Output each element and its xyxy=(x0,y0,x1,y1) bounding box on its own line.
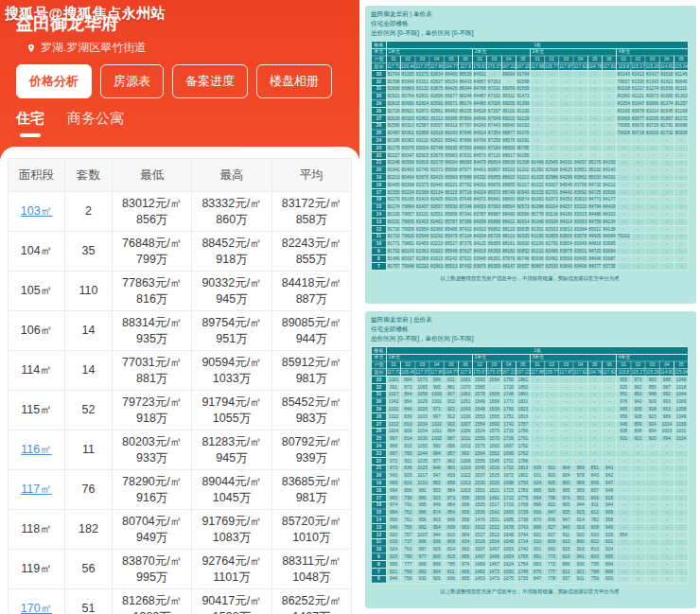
unit-price-cell: 82548 xyxy=(415,233,429,240)
total-price-cell: - xyxy=(530,377,544,384)
unit-price-cell: 86898 xyxy=(487,219,501,226)
total-price-cell: 919 xyxy=(573,524,587,532)
total-price-cell: 1468 xyxy=(487,553,501,561)
grid-floor-row: 1697479198594986498815051517170317688998… xyxy=(371,501,688,509)
unit-price-cell: 82487 xyxy=(387,130,401,137)
unit-price-cell: 87804 xyxy=(458,114,472,122)
total-price-cell: 846 xyxy=(444,517,458,524)
tab-photo-album[interactable]: 楼盘相册 xyxy=(256,64,332,98)
total-price-cell: 974 xyxy=(387,501,401,509)
unit-price-cell: 86802 xyxy=(487,225,501,233)
unit-price-cell: 83569 xyxy=(559,255,573,263)
area-segment-link[interactable]: 170㎡ xyxy=(21,602,52,614)
total-price-cell: 1012 xyxy=(387,420,401,428)
unit-price-cell: - xyxy=(545,130,559,137)
total-price-cell: 955 xyxy=(559,509,573,517)
unit-price-cell: 83363 xyxy=(573,219,587,226)
floor-label: 22 xyxy=(371,457,386,465)
total-price-cell: - xyxy=(631,546,645,553)
unit-price-cell: 84296 xyxy=(559,174,573,182)
area-label: 117.62 xyxy=(573,63,587,71)
unit-price-cell: 82366 xyxy=(429,225,444,233)
unit-price-cell: - xyxy=(659,174,674,182)
total-price-cell: - xyxy=(587,457,602,465)
total-price-cell: 973 xyxy=(387,465,401,472)
price-total: 1382万 xyxy=(114,609,190,614)
unit-price-cell: 87263 xyxy=(487,78,501,85)
unit-price-cell: 88120 xyxy=(501,225,516,233)
unit-price-cell: - xyxy=(631,196,645,203)
area-segment-link[interactable]: 116㎡ xyxy=(21,443,51,456)
total-price-cell: - xyxy=(545,435,559,443)
total-price-cell: 918 xyxy=(645,406,659,413)
floor-label: 29 xyxy=(371,100,386,108)
tab-listing-table[interactable]: 房源表 xyxy=(100,64,164,98)
unit-price-cell: 80599 xyxy=(401,159,415,167)
total-price-cell: 904 xyxy=(429,568,444,575)
unit-price-cell: 82630 xyxy=(387,114,401,122)
unit-price-cell: - xyxy=(645,151,659,159)
total-price-cell: - xyxy=(545,420,559,428)
col-unit-count: 套数 xyxy=(65,159,113,192)
unit-price-cell: 83406 xyxy=(573,262,587,270)
unit-price-cell: 83004 xyxy=(415,145,429,152)
unit-price-cell: 88332 xyxy=(501,167,516,174)
unit-price-cell: - xyxy=(530,93,544,100)
unit-price-cell: 87649 xyxy=(458,196,472,203)
unit-price-cell: 84487 xyxy=(473,93,487,100)
unit-price-cell: 82893 xyxy=(415,114,429,122)
total-price-cell: 847 xyxy=(545,509,559,517)
unit-price-cell: 83349 xyxy=(573,240,587,248)
floor-label: 11 xyxy=(371,233,386,240)
total-price-cell: - xyxy=(674,561,688,569)
unit-price-cell: 84720 xyxy=(587,248,602,255)
total-price-cell: 972 xyxy=(387,457,401,465)
area-segment-link[interactable]: 103㎡ xyxy=(21,204,52,218)
avg-price-cell: 80792元/㎡939万 xyxy=(271,430,351,470)
tab-price-analysis[interactable]: 价格分析 xyxy=(16,64,92,98)
unit-price-cell: 81106 xyxy=(530,240,544,248)
total-price-cell: 768 xyxy=(401,568,415,575)
total-price-cell: 782 xyxy=(587,517,602,524)
price-total: 945万 xyxy=(193,291,270,307)
grid-floor-row: 291031846102897192110431548153917601823-… xyxy=(371,406,688,413)
category-apartment[interactable]: 商务公寓 xyxy=(67,110,124,137)
unit-price-cell: 86659 xyxy=(487,240,501,248)
unit-price-cell: 84931 xyxy=(473,71,487,79)
type-label: 05 xyxy=(587,361,602,369)
unit-price-cell: 81301 xyxy=(530,225,544,233)
area-segment-link[interactable]: 117㎡ xyxy=(21,482,51,496)
total-price-cell: - xyxy=(559,435,573,443)
unit-price-cell: 84191 xyxy=(602,174,616,182)
price-total: 1467万 xyxy=(273,609,350,614)
area-label: 117.88 xyxy=(530,63,544,71)
unit-price-cell: 82248 xyxy=(387,159,401,167)
category-residential[interactable]: 住宅 xyxy=(16,110,44,137)
unit-price-cell: 90785 xyxy=(516,145,530,152)
total-price-cell: 1733 xyxy=(501,428,516,435)
floor-label: 24 xyxy=(371,443,386,450)
total-price-cell: - xyxy=(573,435,587,443)
unit-price-cell: 82745 xyxy=(415,167,429,174)
unit-price-cell: - xyxy=(559,130,573,137)
tab-filing-progress[interactable]: 备案进度 xyxy=(172,64,248,98)
total-price-cell: 1491 xyxy=(487,494,501,501)
total-price-cell: 1522 xyxy=(487,524,501,532)
total-price-cell: 915 xyxy=(573,509,587,517)
total-price-cell: 1048 xyxy=(674,377,688,384)
grid-floor-row: 2081942804938274582371856988797784401868… xyxy=(371,167,688,174)
unit-price-cell: 91070 xyxy=(516,130,530,137)
unit-price-cell: - xyxy=(559,71,573,79)
total-price-cell: 811 xyxy=(587,501,602,509)
unit-price-cell: 84257 xyxy=(559,203,573,211)
floor-label: 21 xyxy=(371,159,386,167)
total-price-cell: 1527 xyxy=(473,531,487,538)
total-price-cell: - xyxy=(573,398,587,406)
total-price-cell: - xyxy=(645,443,659,450)
grid-floor-row: 281022839103399791210361553156517511816-… xyxy=(371,413,688,421)
total-price-cell: 947 xyxy=(602,480,616,487)
unit-price-cell: 83623 xyxy=(573,196,587,203)
total-price-cell: 916 xyxy=(559,553,573,561)
unit-price-cell: - xyxy=(674,196,688,203)
col-area-segment: 面积段 xyxy=(9,159,65,192)
